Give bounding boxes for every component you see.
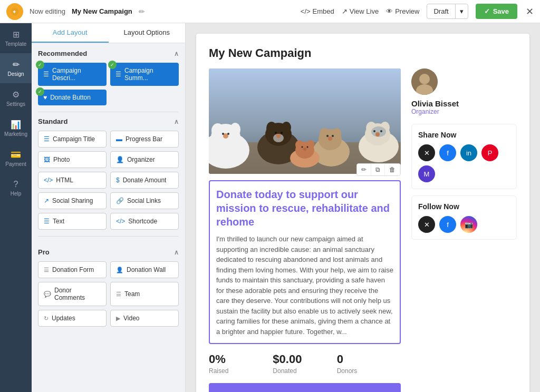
donated-stat: $0.00 Donated [273,352,336,375]
organizer-icon: 👤 [116,156,124,163]
standard-html[interactable]: </> HTML [38,172,107,189]
video-label: Video [123,315,139,322]
description-block: Donate today to support our mission to r… [209,180,401,344]
donor-comments-icon: 💬 [44,291,51,298]
sidebar-item-design[interactable]: ✏ Design [0,53,32,83]
svg-point-14 [282,122,291,133]
draft-arrow-icon[interactable]: ▾ [455,4,468,18]
standard-shortcode[interactable]: </> Shortcode [110,213,179,230]
toolbar-edit-btn[interactable]: ✏ [357,164,371,175]
svg-point-40 [307,146,308,148]
svg-point-25 [332,135,334,137]
content-area: My New Campaign [186,23,540,392]
campaign-summ-label: Campaign Summ... [124,67,173,82]
share-pinterest-icon[interactable]: P [481,144,498,161]
svg-point-7 [230,123,240,136]
campaign-main-column: ✏ ⧉ 🗑 Donate today to support our missio… [209,68,401,392]
svg-point-36 [295,140,304,150]
pro-video[interactable]: ▶ Video [110,310,179,327]
nav-sidebar: ⊞ Template ✏ Design ⚙ Settings 📊 Marketi… [0,23,32,392]
edit-campaign-name-icon[interactable]: ✏ [139,7,145,16]
close-button[interactable]: ✕ [526,6,534,17]
draft-dropdown[interactable]: Draft ▾ [427,4,468,19]
share-facebook-icon[interactable]: f [439,144,456,161]
donors-stat: 0 Donors [337,352,401,375]
standard-header: Standard ∧ [38,117,179,125]
check-icon: ✓ [484,7,490,15]
pro-donation-form[interactable]: ☰ Donation Form [38,261,107,278]
follow-twitter-icon[interactable]: ✕ [418,216,435,233]
settings-icon: ⚙ [12,90,20,100]
sidebar-item-marketing[interactable]: 📊 Marketing [0,113,32,143]
pro-updates[interactable]: ↻ Updates [38,310,107,327]
standard-progress-bar[interactable]: ▬ Progress Bar [110,131,179,148]
pro-donation-wall[interactable]: 👤 Donation Wall [110,261,179,278]
share-mastodon-icon[interactable]: M [418,165,435,182]
campaign-title-icon: ☰ [44,135,50,143]
tab-add-layout[interactable]: Add Layout [32,23,109,43]
svg-point-17 [275,132,277,134]
campaign-page: My New Campaign [196,34,529,392]
svg-point-9 [222,133,224,135]
follow-instagram-icon[interactable]: 📷 [460,216,477,233]
svg-point-6 [211,123,224,138]
standard-photo[interactable]: 🖼 Photo [38,151,107,168]
app-logo: ✦ [6,3,23,20]
embed-icon: </> [301,7,311,15]
donate-now-button[interactable]: DONATE NOW [209,383,401,392]
svg-point-23 [328,136,332,141]
sidebar-item-settings[interactable]: ⚙ Settings [0,83,32,113]
campaign-summ-icon: ☰ [115,71,121,78]
follow-social-icons: ✕ f 📷 [418,216,510,233]
recommended-title: Recommended [38,50,87,57]
svg-point-42 [419,74,430,84]
pro-collapse-icon[interactable]: ∧ [174,249,179,256]
toolbar-delete-btn[interactable]: 🗑 [385,164,400,175]
design-icon: ✏ [13,60,20,70]
pro-donor-comments[interactable]: 💬 Donor Comments [38,282,107,306]
svg-point-32 [373,130,375,132]
svg-point-16 [276,134,281,138]
view-live-icon: ↗ [342,7,348,15]
recommended-item-campaign-descr[interactable]: ✓ ☰ Campaign Descri... [38,63,107,86]
topbar: ✦ Now editing My New Campaign ✏ </> Embe… [0,0,540,23]
standard-campaign-title[interactable]: ☰ Campaign Title [38,131,107,148]
check-badge-donate: ✓ [36,87,44,96]
share-linkedin-icon[interactable]: in [460,144,477,161]
standard-collapse-icon[interactable]: ∧ [174,118,179,125]
sidebar-item-help[interactable]: ? Help [0,173,32,203]
view-live-button[interactable]: ↗ View Live [342,7,379,15]
sidebar-item-payment[interactable]: 💳 Payment [0,143,32,173]
share-twitter-icon[interactable]: ✕ [418,144,435,161]
tab-layout-options[interactable]: Layout Options [109,23,186,43]
template-label: Template [5,41,27,47]
follow-facebook-icon[interactable]: f [439,216,456,233]
standard-text[interactable]: ☰ Text [38,213,107,230]
embed-button[interactable]: </> Embed [301,7,334,15]
pro-section: Pro ∧ ☰ Donation Form 👤 Donation Wall 💬 … [32,242,185,333]
shortcode-label: Shortcode [128,218,157,225]
standard-donate-amount[interactable]: $ Donate Amount [110,172,179,189]
standard-social-sharing[interactable]: ↗ Social Sharing [38,192,107,209]
organizer-label: Organizer [127,156,155,163]
donate-amount-icon: $ [116,177,120,184]
draft-label: Draft [427,4,455,18]
standard-social-links[interactable]: 🔗 Social Links [110,192,179,209]
recommended-collapse-icon[interactable]: ∧ [174,50,179,57]
description-text: I'm thrilled to launch our new campaign … [216,234,393,337]
description-toolbar: ✏ ⧉ 🗑 [356,163,401,176]
recommended-item-donate-button[interactable]: ✓ ♥ Donate Button [38,90,107,105]
save-button[interactable]: ✓ Save [476,4,517,19]
campaign-right-sidebar: Olivia Bisset Organizer Share Now ✕ f in… [411,68,517,392]
pro-title: Pro [38,248,50,256]
pro-team[interactable]: ☰ Team [110,282,179,306]
campaign-descr-label: Campaign Descri... [52,67,101,82]
preview-button[interactable]: 👁 Preview [386,7,419,15]
toolbar-copy-btn[interactable]: ⧉ [371,164,385,175]
description-heading: Donate today to support our mission to r… [216,188,393,229]
recommended-item-campaign-summ[interactable]: ✓ ☰ Campaign Summ... [110,63,179,86]
svg-text:✦: ✦ [12,9,16,15]
standard-organizer[interactable]: 👤 Organizer [110,151,179,168]
editing-label: Now editing [30,7,65,15]
sidebar-item-template[interactable]: ⊞ Template [0,23,32,53]
